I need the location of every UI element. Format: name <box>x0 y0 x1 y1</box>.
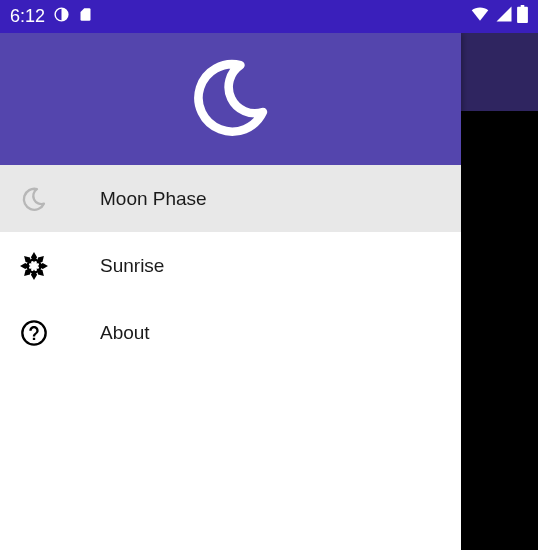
nav-item-label: Sunrise <box>100 255 164 277</box>
wifi-icon <box>469 5 491 28</box>
help-icon <box>19 318 49 348</box>
status-bar: 6:12 <box>0 0 538 33</box>
signal-icon <box>495 5 513 28</box>
drawer-header <box>0 33 461 165</box>
nav-item-moon-phase[interactable]: Moon Phase <box>0 165 461 232</box>
sd-card-icon <box>78 6 93 28</box>
status-left: 6:12 <box>10 6 93 28</box>
status-time: 6:12 <box>10 6 45 27</box>
battery-icon <box>517 5 528 28</box>
sun-icon <box>19 251 49 281</box>
status-right <box>469 5 528 28</box>
moon-phase-icon <box>19 184 49 214</box>
nav-item-sunrise[interactable]: Sunrise <box>0 232 461 299</box>
svg-point-1 <box>22 321 45 344</box>
nav-item-label: Moon Phase <box>100 188 207 210</box>
nav-item-about[interactable]: About <box>0 299 461 366</box>
half-circle-icon <box>53 6 70 28</box>
moon-icon <box>186 52 276 146</box>
navigation-drawer: Moon Phase Sunrise <box>0 33 461 550</box>
nav-item-label: About <box>100 322 150 344</box>
